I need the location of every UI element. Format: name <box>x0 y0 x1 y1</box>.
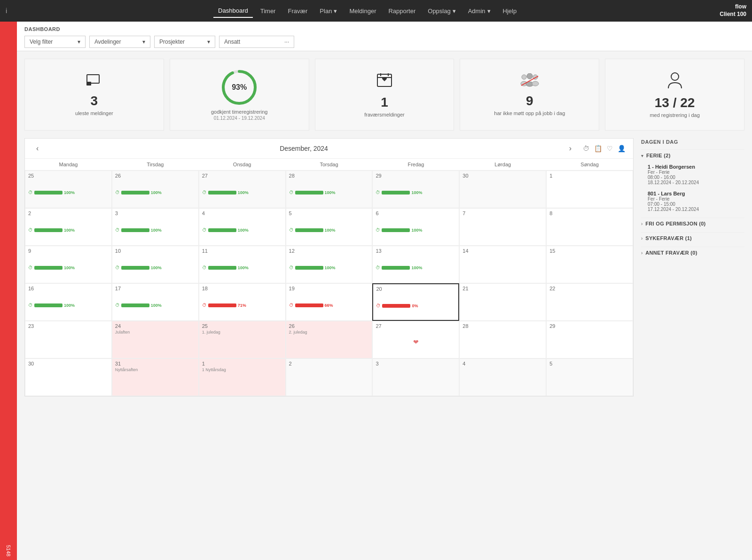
stat-timereg[interactable]: 93% godkjent timeregistrering 01.12.2024… <box>170 59 309 131</box>
filter-velg[interactable]: Velg filter ▾ <box>24 36 86 48</box>
timereg-sublabel: 01.12.2024 - 19.12.2024 <box>214 116 265 121</box>
nav-plan[interactable]: Plan ▾ <box>315 5 342 17</box>
cal-date-number: 7 <box>462 210 543 216</box>
cal-prev-button[interactable]: ‹ <box>32 143 42 154</box>
cal-bar-row: ⏱100% <box>376 190 456 195</box>
nav-timer[interactable]: Timer <box>256 5 281 17</box>
calendar-cell[interactable]: 4⏱100% <box>199 208 286 246</box>
cal-bar-clock-icon: ⏱ <box>289 265 294 270</box>
nav-meldinger[interactable]: Meldinger <box>345 5 381 17</box>
calendar-cell[interactable]: 7 <box>459 208 546 246</box>
calendar-cell[interactable]: 28⏱100% <box>286 171 373 208</box>
cal-date-number: 30 <box>28 361 109 366</box>
calendar-cell[interactable]: 30 <box>459 171 546 208</box>
cal-date-number: 14 <box>462 248 543 254</box>
cal-progress-bar <box>295 228 323 232</box>
cal-date-number: 4 <box>202 210 282 216</box>
calendar-cell[interactable]: 29⏱100% <box>372 171 459 208</box>
nav-oppslag[interactable]: Oppslag ▾ <box>423 5 460 17</box>
calendar-cell[interactable]: 28 <box>459 321 546 358</box>
calendar-cell[interactable]: 27❤ <box>372 321 459 358</box>
messages-icon <box>86 73 102 91</box>
calendar-cell[interactable]: 251. juledag <box>199 321 286 358</box>
cal-bar-row: ⏱100% <box>115 227 196 233</box>
dag-section-header-fri[interactable]: ›FRI OG PERMISJON (0) <box>641 218 744 229</box>
filter-prosjekter[interactable]: Prosjekter ▾ <box>154 36 215 48</box>
calendar-cell[interactable]: 30 <box>25 358 112 396</box>
calendar-cell[interactable]: 2 <box>286 358 373 396</box>
calendar-cell[interactable]: 14 <box>459 246 546 283</box>
calendar-cell[interactable]: 27⏱100% <box>199 171 286 208</box>
cal-bar-pct: 100% <box>325 190 336 195</box>
calendar-cell[interactable]: 15 <box>546 246 633 283</box>
calendar-cell[interactable]: 4 <box>459 358 546 396</box>
calendar-cell[interactable]: 23 <box>25 321 112 358</box>
cal-date-number: 13 <box>376 248 456 254</box>
calendar-cell[interactable]: 17⏱100% <box>112 283 199 321</box>
calendar-cell[interactable]: 31Nyttårsaften <box>112 358 199 396</box>
calendar-cell[interactable]: 11 Nyttårsdag <box>199 358 286 396</box>
calendar-cell[interactable]: 2⏱100% <box>25 208 112 246</box>
info-icon[interactable]: i <box>6 7 15 15</box>
calendar-cell[interactable]: 1 <box>546 171 633 208</box>
calendar-cell[interactable]: 11⏱100% <box>199 246 286 283</box>
calendar-cell[interactable]: 20⏱0% <box>372 283 459 321</box>
cal-date-number: 21 <box>462 286 543 291</box>
calendar-cell[interactable]: 21 <box>459 283 546 321</box>
cal-heart-icon[interactable]: ♡ <box>607 145 613 152</box>
calendar-day-names: Mandag Tirsdag Onsdag Torsdag Fredag Lør… <box>25 159 633 171</box>
cal-progress-bar <box>208 228 236 232</box>
calendar-cell[interactable]: 5⏱100% <box>286 208 373 246</box>
calendar-cell[interactable]: 9⏱100% <box>25 246 112 283</box>
stat-absence[interactable]: 1 fraværsmeldinger <box>315 59 454 131</box>
cal-date-number: 17 <box>115 286 196 291</box>
nav-admin[interactable]: Admin ▾ <box>463 5 495 17</box>
filter-ansatt[interactable]: Ansatt ··· <box>219 36 294 48</box>
calendar-cell[interactable]: 22 <box>546 283 633 321</box>
dag-section-header-sykefravær[interactable]: ›SYKEFRAVÆR (1) <box>641 232 744 244</box>
stat-noshow[interactable]: 9 har ikke møtt opp på jobb i dag <box>460 59 599 131</box>
calendar-cell[interactable]: 24Julaften <box>112 321 199 358</box>
calendar-cell[interactable]: 3⏱100% <box>112 208 199 246</box>
cal-bar-pct: 0% <box>412 303 418 308</box>
dag-section-fri: ›FRI OG PERMISJON (0) <box>641 218 744 229</box>
cal-heart-calendar-icon[interactable]: 📋 <box>594 145 602 152</box>
calendar-cell[interactable]: 8 <box>546 208 633 246</box>
calendar-cell[interactable]: 26⏱100% <box>112 171 199 208</box>
calendar-cell[interactable]: 25⏱100% <box>25 171 112 208</box>
dag-section-header-annet[interactable]: ›ANNET FRAVÆR (0) <box>641 247 744 258</box>
nav-rapporter[interactable]: Rapporter <box>384 5 420 17</box>
svg-point-10 <box>527 73 533 79</box>
cal-bar-clock-icon: ⏱ <box>376 227 380 233</box>
stat-messages[interactable]: 3 uleste meldinger <box>24 59 164 131</box>
dag-section-header-ferie[interactable]: ▾FERIE (2) <box>641 149 744 161</box>
calendar-cell[interactable]: 5 <box>546 358 633 396</box>
stat-registered[interactable]: 13 / 22 med registrering i dag <box>605 59 744 131</box>
nav-dashboard[interactable]: Dashboard <box>213 4 253 18</box>
calendar-cell[interactable]: 18⏱71% <box>199 283 286 321</box>
calendar-cell[interactable]: 16⏱100% <box>25 283 112 321</box>
nav-hjelp[interactable]: Hjelp <box>498 5 522 17</box>
calendar-cell[interactable]: 19⏱66% <box>286 283 373 321</box>
cal-bar-row: ⏱100% <box>202 265 282 270</box>
noshow-icon <box>520 73 539 91</box>
dag-item-name: 801 - Lars Berg <box>648 191 744 196</box>
nav-fravaer[interactable]: Fravær <box>283 5 312 17</box>
cal-bar-row: ⏱100% <box>115 265 196 270</box>
cal-toolbar-icons: ⏱ 📋 ♡ 👤 <box>583 145 626 152</box>
calendar-cell[interactable]: 12⏱100% <box>286 246 373 283</box>
cal-next-button[interactable]: › <box>565 143 575 154</box>
cal-person-icon[interactable]: 👤 <box>618 145 626 152</box>
calendar-cell[interactable]: 13⏱100% <box>372 246 459 283</box>
filter-avdelinger[interactable]: Avdelinger ▾ <box>89 36 150 48</box>
calendar-cell[interactable]: 3 <box>372 358 459 396</box>
cal-bar-pct: 100% <box>238 228 249 233</box>
calendar-cell[interactable]: 29 <box>546 321 633 358</box>
calendar-cell[interactable]: 10⏱100% <box>112 246 199 283</box>
cal-bar-pct: 100% <box>238 190 249 195</box>
calendar-cell[interactable]: 262. juledag <box>286 321 373 358</box>
calendar-cell[interactable]: 6⏱100% <box>372 208 459 246</box>
cal-bar-row: ⏱0% <box>376 303 455 308</box>
cal-clock-icon[interactable]: ⏱ <box>583 145 589 152</box>
dag-section-title: FERIE (2) <box>646 153 671 158</box>
